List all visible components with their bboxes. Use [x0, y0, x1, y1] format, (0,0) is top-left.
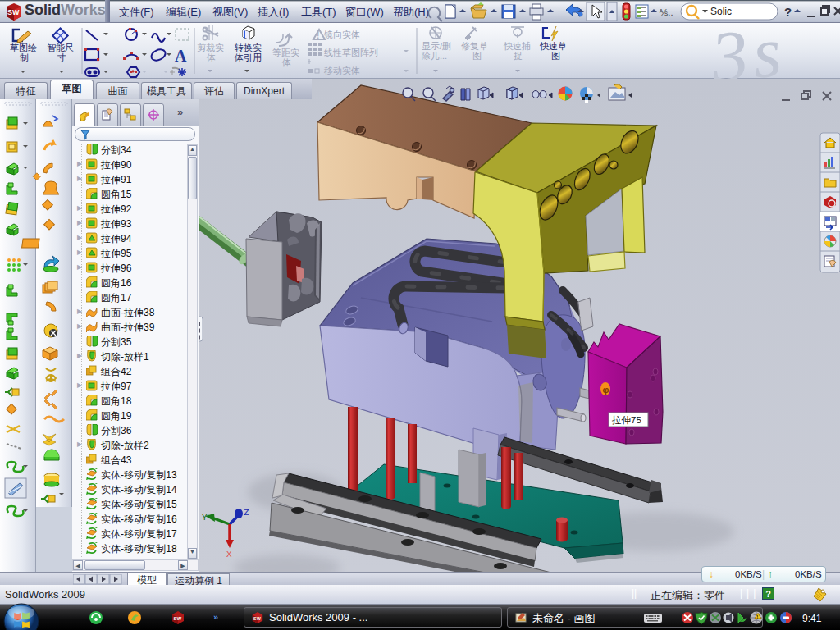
- svg-text:SW: SW: [253, 616, 262, 621]
- svg-text:草图绘: 草图绘: [10, 43, 37, 52]
- svg-text:?: ?: [784, 5, 792, 19]
- svg-text:体引用: 体引用: [234, 52, 262, 62]
- svg-text:拉伸75: 拉伸75: [611, 415, 641, 425]
- svg-text:镜向实体: 镜向实体: [323, 30, 360, 39]
- svg-text:显示/删: 显示/删: [422, 41, 451, 51]
- svg-text:图: 图: [551, 51, 560, 61]
- svg-text:制: 制: [20, 52, 29, 62]
- svg-text:快速捕: 快速捕: [503, 41, 531, 51]
- svg-text:SW: SW: [7, 8, 20, 16]
- svg-text:体: 体: [281, 57, 291, 67]
- svg-text:»: »: [213, 612, 218, 622]
- svg-text:9:41: 9:41: [802, 613, 822, 624]
- svg-text:Y: Y: [202, 513, 208, 523]
- svg-text:!: !: [317, 31, 319, 40]
- svg-text:剪裁实: 剪裁实: [197, 43, 224, 52]
- svg-text:体: 体: [206, 52, 216, 62]
- svg-text:移动实体: 移动实体: [324, 66, 360, 75]
- svg-text:捉: 捉: [514, 51, 523, 61]
- svg-text:除几...: 除几...: [422, 51, 447, 61]
- svg-text:寸: 寸: [57, 52, 66, 62]
- svg-text:Solic: Solic: [710, 6, 732, 17]
- svg-text:φ: φ: [603, 385, 609, 395]
- svg-text:A: A: [175, 47, 187, 65]
- svg-text:图: 图: [472, 51, 482, 61]
- svg-text:修复草: 修复草: [461, 41, 488, 51]
- svg-text:Z: Z: [244, 508, 249, 518]
- svg-text:SW: SW: [174, 616, 182, 621]
- svg-text:⅍..: ⅍..: [659, 7, 673, 17]
- svg-text:等距实: 等距实: [272, 48, 299, 57]
- svg-text:线性草图阵列: 线性草图阵列: [324, 48, 378, 57]
- svg-text:转换实: 转换实: [234, 43, 262, 52]
- svg-text:智能尺: 智能尺: [47, 43, 74, 52]
- svg-text:快速草: 快速草: [539, 41, 567, 51]
- svg-text:X: X: [226, 550, 232, 559]
- svg-text:3s: 3s: [707, 23, 790, 79]
